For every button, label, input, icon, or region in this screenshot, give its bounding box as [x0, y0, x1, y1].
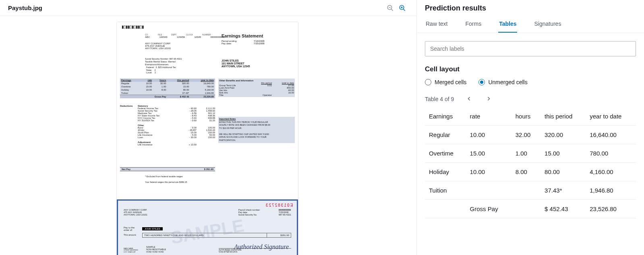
image-panel: Paystub.jpg ▮▯▮▮▯▮▯▮▮▯▮ CO. FILE DEPT. C… [0, 0, 417, 255]
paycheck: SAMPLE E01382723 ANY COMPANY CORP. 475 A… [117, 199, 298, 255]
table-header: rate [466, 107, 511, 126]
important-notes: Important Notes EFFECTIVE THIS PAY PERIO… [218, 117, 295, 143]
pager-label: Table 4 of 9 [425, 96, 454, 102]
zoom-out-icon[interactable] [384, 2, 396, 14]
search-input[interactable] [425, 41, 636, 56]
svg-line-4 [403, 9, 405, 11]
svg-line-1 [391, 9, 393, 11]
prediction-panel: Prediction results Raw textFormsTablesSi… [417, 0, 644, 255]
result-table: Earningsratehoursthis periodyear to date… [425, 107, 636, 218]
check-number: E01382723 [265, 203, 293, 207]
payee-block: JOHN STILES 101 MAIN STREET ANYTOWN, USA… [222, 59, 250, 68]
table-row: Holiday10.008.0080.004,160.00 [425, 163, 636, 181]
result-tabs: Raw textFormsTablesSignatures [417, 12, 644, 33]
table-row: Regular10.0032.00320.0016,640.00 [425, 126, 636, 144]
pager-prev-icon[interactable] [465, 94, 473, 104]
table-row: Tuition37.43*1,946.80 [425, 181, 636, 200]
filename-label: Paystub.jpg [8, 4, 42, 11]
net-pay-row: Net Pay$ 291.90 [120, 167, 215, 171]
table-row: Overtime15.001.0015.00780.00 [425, 144, 636, 163]
radio-merged-cells[interactable]: Merged cells [425, 79, 466, 85]
doc-header-right: Earnings Statement Period ending:7/18/20… [222, 33, 265, 45]
zoom-in-icon[interactable] [396, 2, 408, 14]
tab-signatures[interactable]: Signatures [533, 18, 562, 33]
image-viewport[interactable]: ▮▯▮▮▯▮▯▮▮▯▮ CO. FILE DEPT. CLOCK NUMBER … [0, 16, 416, 255]
table-row: Gross Pay$ 452.4323,526.80 [425, 200, 636, 218]
excluded-note: * Excluded from federal taxable wages Yo… [145, 175, 187, 183]
table-header: Earnings [425, 107, 466, 126]
doc-header-left: CO. FILE DEPT. CLOCK NUMBER ABC 126543 1… [145, 33, 225, 50]
barcode-icon: ▮▯▮▮▯▮▯▮▮▯▮ [122, 25, 144, 29]
pager-next-icon[interactable] [485, 94, 493, 104]
benefits-table: Other Benefits and Information this peri… [218, 79, 295, 97]
doc-title: Earnings Statement [222, 33, 265, 38]
image-toolbar: Paystub.jpg [0, 0, 416, 16]
paystub-document: ▮▯▮▮▯▮▯▮▮▯▮ CO. FILE DEPT. CLOCK NUMBER … [117, 22, 298, 255]
ssn-block: Social Security Number: 987-65-4321Taxab… [145, 58, 182, 74]
table-header: hours [511, 107, 540, 126]
deductions-block: Deductions Statutory Federal Income Tax-… [120, 105, 215, 146]
tab-tables[interactable]: Tables [498, 18, 517, 33]
table-header: year to date [586, 107, 636, 126]
earnings-table: Earningsratehoursthis periodyear to date… [120, 79, 215, 98]
cell-layout-heading: Cell layout [425, 65, 636, 73]
table-header: this period [540, 107, 586, 126]
table-pager: Table 4 of 9 [425, 94, 636, 104]
tab-raw-text[interactable]: Raw text [425, 18, 448, 33]
radio-unmerged-cells[interactable]: Unmerged cells [478, 79, 527, 85]
panel-title: Prediction results [417, 0, 644, 12]
tab-forms[interactable]: Forms [464, 18, 482, 33]
